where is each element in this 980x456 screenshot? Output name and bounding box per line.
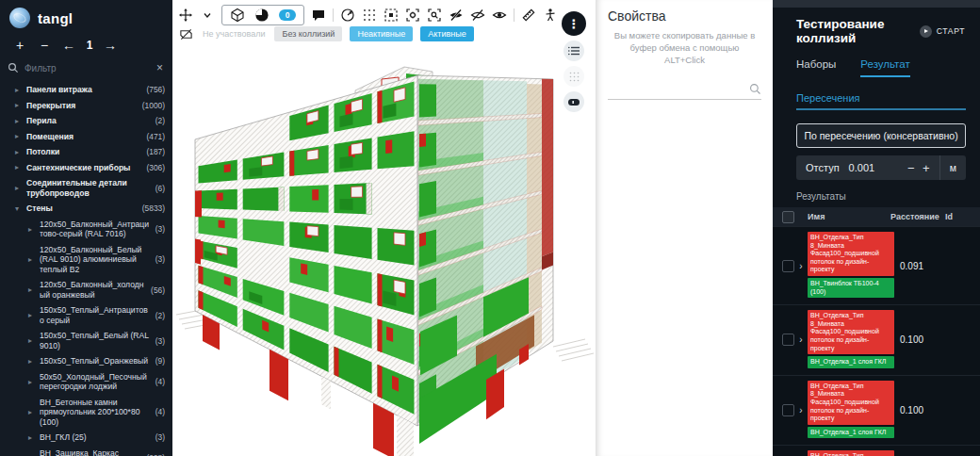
chevron-right-icon[interactable]: ▸ (15, 184, 23, 192)
back-arrow-icon[interactable]: ← (58, 37, 79, 54)
tree-item[interactable]: ▸Перекрытия(1000) (0, 98, 172, 114)
camera-pill-button[interactable] (564, 91, 584, 112)
tree-item[interactable]: ▸ВН_ГКЛ (25)(3) (0, 430, 172, 446)
element-a-tag[interactable]: ВН_Отделка_Тип 8_Минвата Фасад100_подшив… (808, 381, 894, 425)
viewport-3d[interactable]: 0 (172, 0, 596, 456)
zoom-to-selection-icon[interactable] (427, 8, 442, 23)
filter-input[interactable] (24, 63, 149, 73)
intersections-section-tab[interactable]: Пересечения (796, 92, 966, 108)
result-row[interactable]: ›ВН_Отделка_Тип 8_Минвата Фасад100_подши… (773, 375, 980, 446)
forward-arrow-icon[interactable]: → (100, 37, 121, 54)
chevron-right-icon[interactable]: ▸ (15, 148, 23, 156)
chevron-right-icon[interactable]: ▸ (15, 101, 23, 109)
measure-icon[interactable] (521, 8, 536, 23)
model-canvas[interactable] (172, 0, 596, 456)
cube-outline-icon[interactable] (230, 8, 245, 23)
expand-row-icon[interactable]: › (794, 261, 808, 271)
chevron-right-icon[interactable]: ▸ (15, 163, 23, 171)
gauge-icon[interactable] (340, 8, 355, 23)
hide-noncolliding-icon[interactable] (178, 26, 193, 41)
element-a-tag[interactable]: ВН_Отделка_Тип 8_Минвата Фасад100_подшив… (808, 310, 894, 354)
distance-value: 0.100 (900, 405, 949, 415)
section-box-icon[interactable] (384, 8, 399, 23)
element-a-tag[interactable]: ВН_Отделка_Тип 8_Минвата Фасад100_подшив… (808, 450, 894, 456)
collision-tabs: Наборы Результат (773, 45, 980, 77)
row-checkbox[interactable] (782, 404, 794, 416)
clear-filter-icon[interactable]: × (155, 61, 165, 74)
expand-all-button[interactable]: + (9, 37, 30, 54)
tree-item[interactable]: ▸Перила(2) (0, 113, 172, 129)
dot-grid-icon[interactable] (362, 8, 377, 23)
tree-item[interactable]: ▸ВН_Бетонные камни прямоугольник 200*100… (0, 395, 172, 431)
chevron-right-icon[interactable]: ▸ (28, 408, 36, 416)
chevron-right-icon[interactable]: ▸ (28, 378, 36, 386)
tree-item[interactable]: ▸50x50_Холодный_Песочный перегородки лод… (0, 369, 172, 395)
select-all-checkbox[interactable] (782, 211, 794, 223)
scene-settings-icon[interactable] (405, 8, 420, 23)
method-selector-button[interactable]: По пересечению (консервативно) (796, 123, 966, 148)
chevron-right-icon[interactable]: ▸ (28, 255, 36, 264)
tab-result[interactable]: Результат (860, 58, 909, 77)
start-button[interactable]: СТАРТ (920, 25, 965, 38)
chevron-right-icon[interactable]: ▸ (15, 117, 23, 125)
tree-item[interactable]: ▸120x50_Балконный_холодный оранжевый(56) (0, 277, 172, 302)
chevron-right-icon[interactable]: ▸ (28, 225, 36, 234)
hide-outline-icon[interactable] (470, 8, 485, 23)
row-checkbox[interactable] (782, 260, 794, 272)
chevron-right-icon[interactable]: ▸ (28, 433, 36, 442)
element-a-tag[interactable]: ВН_Отделка_Тип 8_Минвата Фасад100_подшив… (808, 232, 894, 276)
element-b-tag[interactable]: ВН_Отделка_1 слоя ГКЛ (808, 356, 894, 368)
tab-sets[interactable]: Наборы (796, 58, 836, 77)
list-view-button[interactable] (564, 41, 584, 61)
row-checkbox[interactable] (782, 334, 794, 346)
tree-item[interactable]: ▸Панели витража(756) (0, 82, 172, 98)
orbit-icon[interactable] (178, 8, 193, 23)
result-row[interactable]: ›ВН_Отделка_Тип 8_Минвата Фасад100_подши… (773, 304, 980, 375)
offset-value[interactable]: 0.001 (849, 162, 904, 173)
show-icon[interactable] (492, 8, 507, 23)
element-b-tag[interactable]: ВН_Твинблок ТБ100-4 (100) (808, 278, 894, 298)
offset-decrease-button[interactable]: − (904, 161, 919, 175)
tree-item[interactable]: ▸Сантехнические приборы(306) (0, 160, 172, 176)
collapse-all-button[interactable]: − (34, 37, 55, 54)
tree-item[interactable]: ▾Стены(5833) (0, 201, 172, 217)
chevron-right-icon[interactable]: ▸ (28, 336, 36, 345)
tree-item[interactable]: ▸120x50_Балконный_Антрацитово-серый (RAL… (0, 217, 172, 242)
tree-item[interactable]: ▸120x50_Балконный_Белый (RAL 9010) алюми… (0, 242, 172, 278)
tree-item[interactable]: ▸Помещения(471) (0, 129, 172, 145)
chevron-down-icon[interactable] (200, 8, 215, 23)
model-tree: ▸Панели витража(756)▸Перекрытия(1000)▸Пе… (0, 80, 172, 456)
expand-row-icon[interactable]: › (794, 334, 808, 345)
tree-item[interactable]: ▸Соединительные детали трубопроводов(6) (0, 175, 172, 201)
chevron-down-icon[interactable]: ▾ (15, 204, 23, 213)
element-b-tag[interactable]: ВН_Отделка_1 слоя ГКЛ (808, 427, 894, 439)
chevron-right-icon[interactable]: ▸ (15, 86, 23, 94)
tree-item[interactable]: ▸150x50_Теплый_Оранжевый(9) (0, 353, 172, 369)
offset-increase-button[interactable]: + (919, 161, 934, 175)
chip-active[interactable]: Активные (420, 26, 473, 41)
grid-view-button[interactable] (564, 66, 584, 87)
expand-row-icon[interactable]: › (794, 405, 808, 415)
chevron-right-icon[interactable]: ▸ (28, 357, 36, 366)
chevron-right-icon[interactable]: ▸ (15, 132, 23, 140)
properties-search[interactable] (608, 79, 761, 100)
walk-mode-icon[interactable] (543, 8, 558, 23)
chip-not-participated[interactable]: Не участвовали (201, 26, 267, 41)
tree-item[interactable]: ▸150x50_Теплый_Белый (RAL 9010)(3) (0, 328, 172, 353)
tree-item[interactable]: ▸Потолки(187) (0, 144, 172, 160)
comments-count-badge[interactable]: 0 (279, 9, 296, 21)
result-row[interactable]: ›ВН_Отделка_Тип 8_Минвата Фасад100_подши… (773, 226, 980, 304)
chevron-right-icon[interactable]: ▸ (28, 311, 36, 319)
cube-filled-icon[interactable] (254, 8, 270, 23)
hide-filled-icon[interactable] (449, 8, 464, 23)
chevron-right-icon[interactable]: ▸ (28, 285, 36, 294)
chip-inactive[interactable]: Неактивные (350, 26, 413, 41)
comment-icon[interactable] (311, 8, 326, 23)
tree-item-label: Панели витража (26, 85, 142, 95)
tree-item[interactable]: ▸ВН_Зашивка_Каркас (50)_ГКЛ (12.5)(298) (0, 446, 172, 456)
tree-item[interactable]: ▸150x50_Теплый_Антрацитово серый(2) (0, 302, 172, 328)
chip-no-collisions[interactable]: Без коллизий (274, 26, 342, 41)
more-menu-button[interactable]: ⋮ (562, 11, 586, 36)
tree-item-count: (471) (146, 132, 165, 141)
result-row[interactable]: ›ВН_Отделка_Тип 8_Минвата Фасад100_подши… (773, 445, 980, 456)
